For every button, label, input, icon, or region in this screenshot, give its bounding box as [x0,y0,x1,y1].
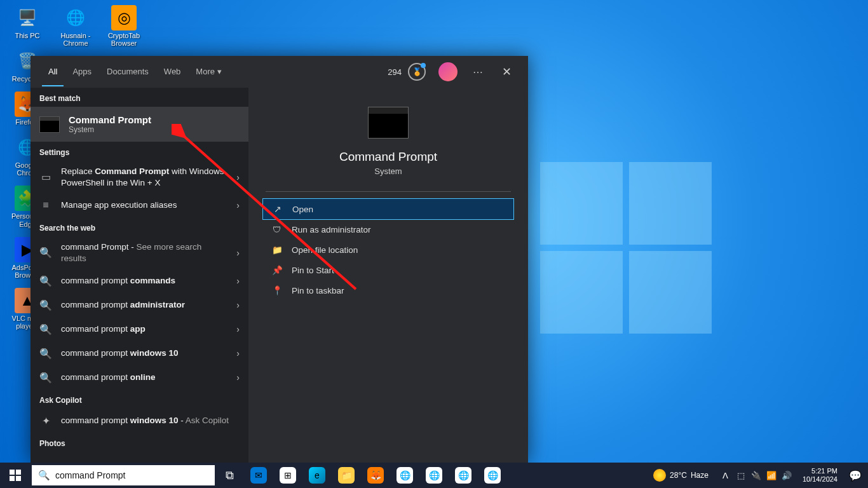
web-result[interactable]: 🔍command Prompt - See more search result… [31,236,248,269]
web-result[interactable]: 🔍command prompt administrator› [31,293,248,317]
web-result[interactable]: 🔍command prompt windows 10› [31,341,248,365]
search-input[interactable] [55,470,208,480]
search-panel: AllAppsDocumentsWebMore ▾ 294 🏅 ⋯ ✕ Best… [31,56,528,463]
search-icon: 🔍 [39,274,52,287]
taskbar-app[interactable]: 🌐 [419,463,449,488]
tray-icon[interactable]: ⬚ [734,471,748,480]
rewards-badge-icon[interactable]: 🏅 [408,63,426,81]
search-results-left: Best match Command Prompt System Setting… [31,88,248,463]
web-result-text: command prompt app [61,323,227,335]
task-view-button[interactable]: ⧉ [215,463,244,488]
taskbar-app[interactable]: 📁 [332,463,361,488]
taskbar-app-icon: ⊞ [280,467,296,484]
taskbar: 🔍 ⧉ ✉⊞e📁🦊🌐🌐🌐🌐 28°C Haze ᐱ⬚🔌📶🔊 5:21 PM 10… [0,463,868,488]
web-result[interactable]: 🔍command prompt app› [31,317,248,341]
desktop-icon[interactable]: 🖥️This PC [5,5,50,39]
action-icon: 📁 [271,245,283,255]
weather-sun-icon [653,469,666,482]
web-result-text: command prompt commands [61,275,227,287]
chevron-right-icon: › [236,324,240,334]
chevron-right-icon: › [236,200,240,210]
settings-icon: ≡ [39,199,52,212]
weather-widget[interactable]: 28°C Haze [647,469,715,482]
windows-logo-wallpaper [540,162,712,334]
clock[interactable]: 5:21 PM 10/14/2024 [797,467,843,484]
start-button[interactable] [0,463,31,488]
web-result-text: command Prompt - See more search results [61,241,227,264]
desktop-icon-glyph: 🖥️ [15,5,40,30]
close-icon[interactable]: ✕ [497,62,517,81]
settings-result[interactable]: ≡Manage app execution aliases› [31,193,248,217]
action-label: Pin to Start [292,266,334,275]
taskbar-app-icon: 🦊 [367,467,384,484]
chevron-right-icon: › [236,172,240,182]
system-tray: ᐱ⬚🔌📶🔊 [715,471,797,480]
tray-icon[interactable]: ᐱ [719,471,733,480]
search-tab[interactable]: Web [158,58,187,86]
taskbar-app[interactable]: 🌐 [478,463,507,488]
user-avatar[interactable] [438,62,458,81]
action-icon: 📍 [271,285,283,295]
action-run-as-administrator[interactable]: 🛡Run as administrator [262,220,514,240]
notifications-button[interactable]: 💬 [843,470,868,482]
copilot-suggestion[interactable]: ✦ command prompt windows 10 - Ask Copilo… [31,409,248,433]
action-pin-to-start[interactable]: 📌Pin to Start [262,260,514,280]
rewards-count: 294 [388,67,402,77]
action-label: Open file location [292,245,358,255]
desktop-icon-label: Husnain - Chrome [53,32,98,47]
section-web: Search the web [31,217,248,236]
taskbar-app-icon: 🌐 [426,467,442,484]
section-photos: Photos [31,433,248,452]
search-tab[interactable]: More ▾ [189,58,227,86]
taskbar-app[interactable]: 🌐 [449,463,478,488]
action-label: Run as administrator [292,225,371,234]
taskbar-app[interactable]: e [302,463,332,488]
search-tab[interactable]: All [42,58,64,86]
desktop-icon[interactable]: ◎CryptoTab Browser [102,5,146,47]
desktop-icon-label: This PC [15,32,39,39]
more-menu-icon[interactable]: ⋯ [473,66,484,78]
search-details-right: Command Prompt System ↗Open🛡Run as admin… [248,88,528,463]
action-open[interactable]: ↗Open [262,198,514,220]
taskbar-apps: ✉⊞e📁🦊🌐🌐🌐🌐 [244,463,507,488]
web-result-text: command prompt windows 10 [61,348,227,359]
cmd-thumb-icon [39,116,60,133]
search-tab[interactable]: Documents [100,58,155,86]
tray-icon[interactable]: 📶 [764,471,778,480]
action-list: ↗Open🛡Run as administrator📁Open file loc… [256,198,520,301]
web-result[interactable]: 🔍command prompt commands› [31,269,248,293]
desktop-icon-glyph: ◎ [111,5,137,30]
taskbar-app[interactable]: 🌐 [390,463,419,488]
chevron-right-icon: › [236,348,240,358]
chevron-right-icon: › [236,300,240,310]
action-open-file-location[interactable]: 📁Open file location [262,240,514,260]
detail-subtitle: System [374,166,402,176]
taskbar-app[interactable]: ✉ [244,463,273,488]
tray-icon[interactable]: 🔊 [780,471,794,480]
section-settings: Settings [31,142,248,161]
best-match-title: Command Prompt [69,114,151,125]
tray-icon[interactable]: 🔌 [749,471,763,480]
desktop-icon[interactable]: 🌐Husnain - Chrome [53,5,98,47]
taskbar-app-icon: 🌐 [455,467,471,484]
taskbar-app[interactable]: ⊞ [273,463,302,488]
detail-app-icon [368,107,409,139]
action-pin-to-taskbar[interactable]: 📍Pin to taskbar [262,280,514,301]
settings-result[interactable]: ▭Replace Command Prompt with Windows Pow… [31,161,248,193]
action-icon: ↗ [272,204,283,214]
search-icon: 🔍 [39,247,52,259]
action-label: Open [292,205,313,214]
search-icon: 🔍 [39,371,52,384]
desktop-icon-glyph: 🌐 [63,5,88,30]
search-tab[interactable]: Apps [66,58,98,86]
copilot-text: command prompt windows 10 - Ask Copilot [61,415,240,426]
section-copilot: Ask Copilot [31,390,248,409]
taskbar-app[interactable]: 🦊 [361,463,390,488]
web-result[interactable]: 🔍command prompt online› [31,365,248,390]
desktop-icons-column-2: 🌐Husnain - Chrome [53,5,98,47]
taskbar-app-icon: 🌐 [397,467,413,484]
taskbar-searchbox[interactable]: 🔍 [32,465,215,485]
search-panel-header: AllAppsDocumentsWebMore ▾ 294 🏅 ⋯ ✕ [31,56,528,88]
clock-date: 10/14/2024 [803,475,837,484]
best-match-result[interactable]: Command Prompt System [31,107,248,142]
